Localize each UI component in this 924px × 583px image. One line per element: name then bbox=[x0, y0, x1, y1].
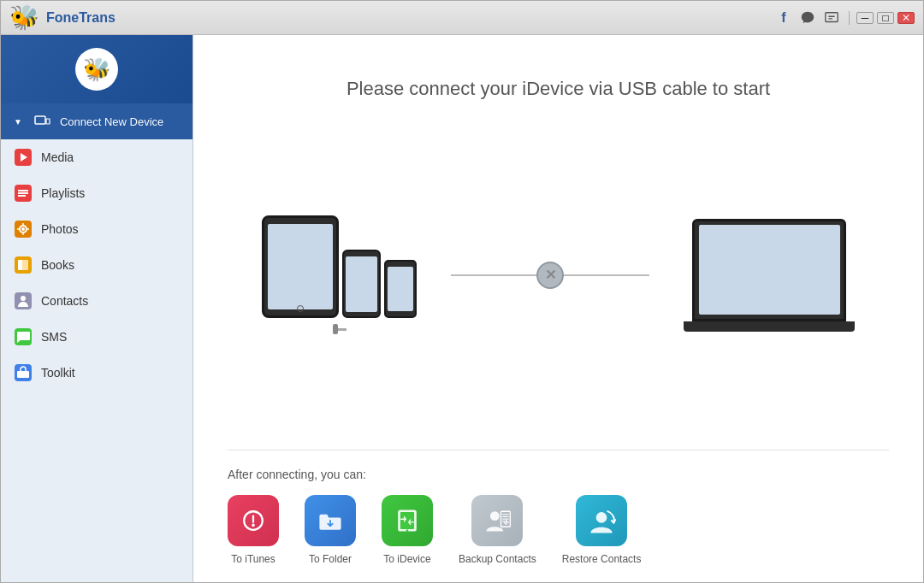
title-bar-controls: f ─ □ ✕ bbox=[773, 8, 915, 28]
to-folder-button[interactable]: To Folder bbox=[305, 495, 356, 565]
sms-label: SMS bbox=[41, 330, 67, 344]
after-connecting-section: After connecting, you can: To iT bbox=[228, 450, 889, 582]
separator bbox=[849, 11, 850, 25]
app-window: 🐝 FoneTrans f ─ □ ✕ 🐝 ▼ bbox=[0, 0, 924, 583]
itunes-label: To iTunes bbox=[231, 553, 275, 565]
backup-label: Backup Contacts bbox=[459, 553, 536, 565]
to-idevice-button[interactable]: To iDevice bbox=[382, 495, 433, 565]
ipod-device bbox=[384, 260, 417, 318]
action-buttons-row: To iTunes To Folder bbox=[228, 495, 889, 565]
folder-icon bbox=[305, 495, 356, 546]
app-title: FoneTrans bbox=[46, 10, 116, 26]
books-label: Books bbox=[41, 258, 74, 272]
laptop-screen bbox=[699, 225, 840, 315]
books-icon bbox=[14, 256, 33, 274]
main-content: Please connect your iDevice via USB cabl… bbox=[193, 35, 923, 582]
media-label: Media bbox=[41, 150, 74, 164]
maximize-button[interactable]: □ bbox=[877, 12, 894, 24]
cable-middle: ✕ bbox=[451, 262, 649, 289]
sidebar-logo: 🐝 bbox=[75, 48, 118, 91]
sidebar-item-playlists[interactable]: Playlists bbox=[1, 175, 192, 211]
svg-point-35 bbox=[596, 512, 607, 523]
sms-icon bbox=[14, 327, 33, 346]
chat-icon[interactable] bbox=[797, 8, 818, 28]
svg-rect-2 bbox=[46, 119, 50, 124]
sidebar-item-connect-device[interactable]: ▼ Connect New Device bbox=[1, 103, 192, 139]
backup-contacts-button[interactable]: Backup Contacts bbox=[459, 495, 536, 565]
ipod-screen bbox=[388, 267, 413, 311]
feedback-icon[interactable] bbox=[821, 8, 842, 28]
after-title: After connecting, you can: bbox=[228, 468, 889, 481]
restore-icon bbox=[576, 495, 627, 546]
ipad-device bbox=[262, 215, 339, 318]
laptop-screen-part bbox=[692, 219, 846, 321]
minimize-button[interactable]: ─ bbox=[856, 12, 874, 24]
playlists-label: Playlists bbox=[41, 186, 85, 200]
contacts-icon bbox=[14, 292, 33, 310]
folder-label: To Folder bbox=[309, 553, 352, 565]
ipad-home-button bbox=[297, 305, 304, 312]
cable-line-right bbox=[564, 274, 649, 276]
sidebar-item-toolkit[interactable]: Toolkit bbox=[1, 355, 192, 391]
connect-device-label: Connect New Device bbox=[60, 115, 163, 128]
usb-cable-area bbox=[262, 324, 417, 334]
title-bar: 🐝 FoneTrans f ─ □ ✕ bbox=[1, 1, 923, 35]
toolkit-label: Toolkit bbox=[41, 366, 75, 380]
facebook-icon[interactable]: f bbox=[773, 8, 794, 28]
sidebar-item-books[interactable]: Books bbox=[1, 247, 192, 283]
x-icon: ✕ bbox=[545, 267, 556, 283]
iphone-device bbox=[342, 250, 381, 318]
svg-point-28 bbox=[406, 529, 409, 532]
sidebar-item-contacts[interactable]: Contacts bbox=[1, 283, 192, 319]
cable-seg1 bbox=[338, 328, 346, 331]
photos-label: Photos bbox=[41, 222, 79, 236]
backup-icon bbox=[471, 495, 523, 546]
sidebar-item-photos[interactable]: Photos bbox=[1, 211, 192, 247]
svg-rect-0 bbox=[826, 12, 838, 21]
media-icon bbox=[14, 148, 33, 167]
idevice-label: To iDevice bbox=[383, 553, 430, 565]
devices-row bbox=[262, 215, 417, 318]
iphone-screen bbox=[346, 256, 377, 312]
svg-point-20 bbox=[21, 296, 26, 301]
restore-label: Restore Contacts bbox=[562, 553, 642, 565]
itunes-icon bbox=[228, 495, 279, 546]
svg-rect-23 bbox=[17, 371, 29, 378]
laptop-base bbox=[684, 321, 855, 332]
svg-rect-27 bbox=[400, 512, 414, 529]
playlists-icon bbox=[14, 184, 33, 203]
close-button[interactable]: ✕ bbox=[897, 12, 915, 24]
svg-rect-18 bbox=[22, 260, 28, 270]
svg-point-29 bbox=[490, 511, 500, 521]
restore-contacts-button[interactable]: Restore Contacts bbox=[562, 495, 642, 565]
svg-rect-1 bbox=[35, 116, 45, 124]
sidebar-item-media[interactable]: Media bbox=[1, 139, 192, 175]
main-layout: 🐝 ▼ Connect New Device Media bbox=[1, 35, 923, 582]
to-itunes-button[interactable]: To iTunes bbox=[228, 495, 279, 565]
idevice-icon bbox=[382, 495, 433, 546]
svg-point-11 bbox=[21, 227, 25, 231]
disconnect-indicator: ✕ bbox=[536, 262, 564, 289]
sidebar: 🐝 ▼ Connect New Device Media bbox=[1, 35, 193, 582]
ios-devices-group bbox=[262, 215, 417, 334]
app-logo-area: 🐝 FoneTrans bbox=[9, 3, 773, 32]
svg-point-25 bbox=[252, 524, 255, 527]
photos-icon bbox=[14, 220, 33, 238]
device-icon bbox=[33, 112, 51, 131]
ipad-screen bbox=[268, 224, 333, 309]
sidebar-header: 🐝 bbox=[1, 35, 192, 103]
expand-arrow: ▼ bbox=[14, 117, 22, 127]
device-illustration: ✕ bbox=[228, 126, 889, 424]
sidebar-item-sms[interactable]: SMS bbox=[1, 319, 192, 355]
toolkit-icon bbox=[14, 363, 33, 382]
laptop-device bbox=[684, 219, 855, 332]
app-logo-emoji: 🐝 bbox=[9, 3, 39, 32]
contacts-label: Contacts bbox=[41, 294, 88, 308]
connect-message: Please connect your iDevice via USB cabl… bbox=[228, 78, 889, 100]
cable-line-left bbox=[451, 274, 536, 276]
